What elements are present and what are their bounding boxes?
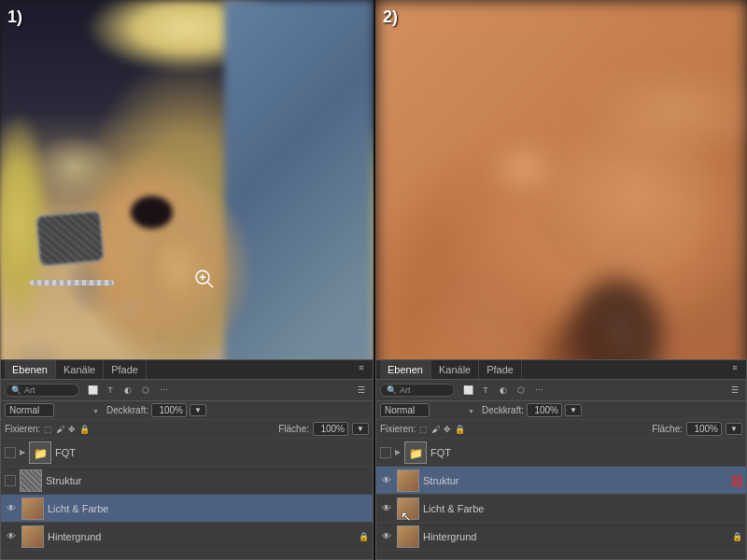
right-hintergrund-thumb [397,525,419,548]
right-layer-struktur[interactable]: 👁 Struktur 3) [376,467,746,495]
right-fix-icons: ⬚ 🖌 ✥ 🔒 [419,425,465,434]
left-hintergrund-eye-icon[interactable]: 👁 [5,530,18,543]
more-icon-right[interactable]: ⋯ [531,383,546,398]
left-fqt-expand-icon[interactable]: ▶ [20,448,25,456]
left-hintergrund-lock-icon: 🔒 [359,532,369,541]
right-hintergrund-eye-icon[interactable]: 👁 [380,530,393,543]
smart-obj-icon-left[interactable]: ⬡ [138,383,153,398]
left-layer-type-icons: ⬜ T ◐ ⬡ ⋯ [85,383,171,398]
left-fix-row: Fixieren: ⬚ 🖌 ✥ 🔒 Fläche: ▼ [1,420,373,439]
layers-panel-left: Ebenen Kanäle Pfade ≡ 🔍 Art ⬜ T ◐ ⬡ ⋯ [0,359,374,560]
left-opacity-label: Deckkraft: [106,405,148,415]
more-icon-left[interactable]: ⋯ [156,383,171,398]
right-fix-move-icon[interactable]: ✥ [444,425,451,434]
left-fqt-visibility-check[interactable] [5,447,16,458]
tab-pfade-right[interactable]: Pfade [479,360,522,379]
left-licht-thumb [21,497,44,520]
left-blend-select-wrap[interactable]: Normal [5,403,103,417]
right-fill-btn[interactable]: ▼ [726,423,742,435]
left-layer-fqt-name: FQT [55,447,369,458]
right-opacity-input[interactable] [527,403,562,417]
left-fix-brush-icon[interactable]: 🖌 [56,425,64,434]
left-fix-move-icon[interactable]: ✥ [68,425,76,434]
right-layer-fqt[interactable]: ▶ 📁 FQT [376,439,746,467]
right-opacity-label: Deckkraft: [482,405,524,415]
right-licht-eye-icon[interactable]: 👁 [380,502,393,515]
right-layer-type-icons: ⬜ T ◐ ⬡ ⋯ [460,383,546,398]
left-layers-tabs: Ebenen Kanäle Pfade ≡ [1,360,373,380]
left-blend-row: Normal Deckkraft: ▼ [1,401,373,420]
left-opacity-row: Deckkraft: ▼ [106,403,369,417]
panel-menu-left[interactable]: ≡ [354,360,369,375]
right-hintergrund-lock-icon: 🔒 [732,532,742,541]
left-licht-eye-icon[interactable]: 👁 [5,502,18,515]
left-layer-hintergrund[interactable]: 👁 Hintergrund 🔒 [1,523,373,551]
right-opacity-btn[interactable]: ▼ [565,404,582,416]
right-fix-brush-icon[interactable]: 🖌 [431,425,440,434]
right-blend-row: Normal Deckkraft: ▼ [376,401,746,420]
left-fill-label: Fläche: [278,424,309,434]
left-fix-pixel-icon[interactable]: ⬚ [44,425,52,434]
left-search-text: Art [24,385,35,395]
tab-ebenen-right[interactable]: Ebenen [380,360,431,379]
right-fill-label: Fläche: [652,424,683,434]
right-fix-lock-icon[interactable]: 🔒 [455,425,465,434]
text-layer-icon-left[interactable]: T [103,383,118,398]
pixel-layer-icon-left[interactable]: ⬜ [85,383,100,398]
left-opacity-btn[interactable]: ▼ [190,404,206,416]
right-layer-licht[interactable]: 👁 Licht & Farbe [376,495,746,523]
adjustment-layer-icon-left[interactable]: ◐ [120,383,135,398]
right-layer-licht-name: Licht & Farbe [423,503,742,514]
left-fill-btn[interactable]: ▼ [352,423,369,435]
right-layers-tabs: Ebenen Kanäle Pfade ≡ [376,360,746,380]
right-fill-input[interactable] [686,422,722,436]
right-fix-pixel-icon[interactable]: ⬚ [419,425,428,434]
left-layer-struktur-name: Struktur [46,475,369,486]
zoom-cursor-icon [194,269,215,294]
search-icon-left: 🔍 [11,385,21,395]
tab-ebenen-left[interactable]: Ebenen [5,360,56,379]
right-search-box[interactable]: 🔍 Art [380,384,455,397]
left-layer-licht[interactable]: 👁 Licht & Farbe [1,495,373,523]
left-layer-fqt[interactable]: ▶ 📁 FQT [1,439,373,467]
left-layer-hintergrund-name: Hintergrund [48,531,355,542]
right-layer-struktur-redlabel: 3) [731,473,742,488]
layers-options-right[interactable]: ☰ [727,383,742,398]
adjustment-layer-icon-right[interactable]: ◐ [496,383,511,398]
left-struktur-thumb [20,469,42,492]
left-fill-input[interactable] [313,422,348,436]
left-panel-number: 1) [7,7,22,27]
right-blend-mode-select[interactable]: Normal [380,403,430,417]
left-search-toolbar: 🔍 Art ⬜ T ◐ ⬡ ⋯ ☰ [1,380,373,401]
right-panel: 2) Ebenen Kanäle Pfade ≡ 🔍 Art ⬜ T [375,0,747,560]
right-fix-label: Fixieren: [380,424,416,434]
right-search-text: Art [400,385,411,395]
smart-obj-icon-right[interactable]: ⬡ [514,383,529,398]
right-search-toolbar: 🔍 Art ⬜ T ◐ ⬡ ⋯ ☰ [376,380,746,401]
left-search-box[interactable]: 🔍 Art [5,384,79,397]
pixel-layer-icon-right[interactable]: ⬜ [460,383,475,398]
left-blend-mode-select[interactable]: Normal [5,403,54,417]
right-blend-select-wrap[interactable]: Normal [380,403,478,417]
left-layer-licht-name: Licht & Farbe [48,503,369,514]
right-struktur-thumb [397,469,419,492]
right-struktur-eye-icon[interactable]: 👁 [380,474,393,487]
left-opacity-input[interactable] [151,403,187,417]
layers-options-left[interactable]: ☰ [354,383,369,398]
tab-kanaele-left[interactable]: Kanäle [56,360,104,379]
left-fix-lock-icon[interactable]: 🔒 [79,425,90,434]
left-layer-struktur[interactable]: Struktur [1,467,373,495]
right-fqt-expand-icon[interactable]: ▶ [395,448,401,456]
text-layer-icon-right[interactable]: T [478,383,493,398]
right-layer-fqt-name: FQT [430,447,742,458]
left-panel: 1) Ebenen Kanäle Pfade ≡ 🔍 [0,0,374,560]
svg-line-1 [207,282,213,287]
left-struktur-visibility-check[interactable] [5,475,16,486]
panel-menu-right[interactable]: ≡ [727,360,742,375]
tab-pfade-left[interactable]: Pfade [104,360,147,379]
right-layer-hintergrund[interactable]: 👁 Hintergrund 🔒 [376,523,746,551]
tab-kanaele-right[interactable]: Kanäle [431,360,479,379]
right-fqt-visibility-check[interactable] [380,447,391,458]
right-layer-hintergrund-name: Hintergrund [423,531,728,542]
left-fix-icons: ⬚ 🖌 ✥ 🔒 [44,425,90,434]
